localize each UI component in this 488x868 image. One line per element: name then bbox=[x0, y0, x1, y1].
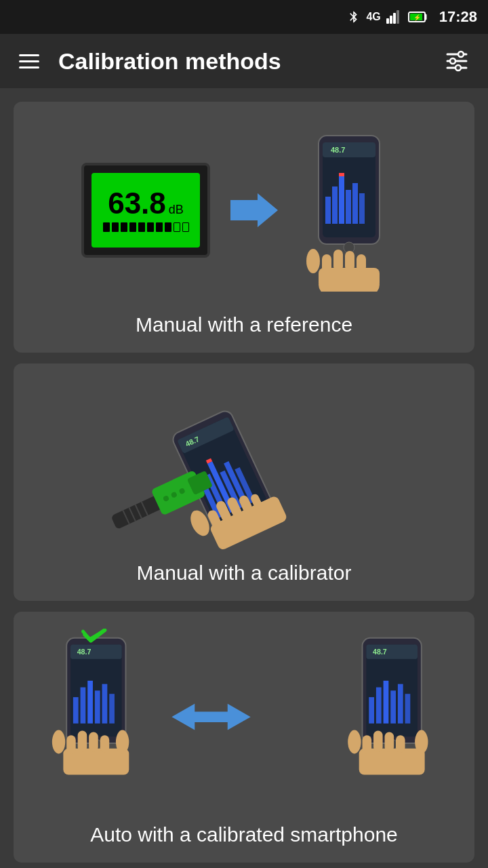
battery-icon: ⚡ bbox=[408, 11, 428, 23]
card1-image: 63.8 dB bbox=[27, 115, 461, 305]
phone-in-hand-illustration: 48.7 bbox=[298, 129, 407, 292]
svg-rect-95 bbox=[385, 732, 394, 751]
svg-rect-67 bbox=[81, 688, 86, 724]
svg-rect-21 bbox=[346, 190, 351, 224]
svg-rect-31 bbox=[357, 254, 366, 272]
arrow-right-icon bbox=[230, 190, 278, 231]
svg-rect-30 bbox=[345, 251, 354, 271]
bluetooth-icon bbox=[347, 10, 361, 24]
svg-rect-76 bbox=[89, 732, 98, 751]
svg-rect-96 bbox=[396, 735, 405, 752]
card3-label: Auto with a calibrated smartphone bbox=[90, 823, 398, 846]
svg-rect-75 bbox=[78, 731, 87, 752]
meter-bar-9 bbox=[174, 222, 180, 232]
calibrator-scene: 48.7 bbox=[81, 380, 407, 550]
svg-text:48.7: 48.7 bbox=[373, 648, 387, 656]
meter-bar-6 bbox=[147, 222, 154, 232]
svg-rect-24 bbox=[339, 173, 344, 176]
card2-image: 48.7 bbox=[27, 377, 461, 553]
meter-bar-1 bbox=[103, 222, 110, 232]
svg-rect-28 bbox=[322, 254, 331, 273]
card-auto-calibrated[interactable]: 48.7 bbox=[14, 612, 474, 863]
svg-rect-89 bbox=[398, 684, 403, 724]
svg-rect-68 bbox=[87, 681, 93, 724]
card2-label: Manual with a calibrator bbox=[137, 561, 352, 585]
menu-button[interactable] bbox=[14, 49, 45, 74]
svg-text:48.7: 48.7 bbox=[331, 146, 345, 154]
svg-rect-94 bbox=[373, 731, 383, 752]
page-title: Calibration methods bbox=[58, 48, 426, 75]
svg-rect-77 bbox=[100, 735, 110, 752]
card3-image: 48.7 bbox=[27, 625, 461, 815]
meter-display-value: 63.8 bbox=[108, 189, 166, 218]
svg-rect-90 bbox=[405, 694, 411, 724]
meter-bar-5 bbox=[138, 222, 145, 232]
sliders-icon bbox=[445, 47, 469, 72]
signal-icon bbox=[386, 10, 403, 24]
network-indicator: 4G bbox=[366, 11, 380, 23]
svg-rect-22 bbox=[352, 183, 358, 224]
svg-point-10 bbox=[450, 58, 455, 64]
status-time: 17:28 bbox=[439, 8, 477, 26]
svg-rect-0 bbox=[386, 18, 389, 24]
svg-rect-1 bbox=[390, 16, 392, 24]
status-icons: 4G ⚡ 17:28 bbox=[347, 8, 477, 26]
svg-point-32 bbox=[306, 249, 320, 273]
meter-bar-8 bbox=[165, 222, 171, 232]
svg-point-79 bbox=[52, 730, 65, 754]
svg-point-12 bbox=[455, 65, 461, 71]
svg-point-78 bbox=[116, 730, 129, 754]
svg-rect-69 bbox=[95, 690, 100, 723]
svg-rect-3 bbox=[396, 10, 399, 24]
svg-rect-2 bbox=[393, 13, 396, 24]
sound-meter-device: 63.8 dB bbox=[81, 163, 210, 258]
svg-rect-23 bbox=[359, 193, 365, 224]
meter-bar-2 bbox=[112, 222, 119, 232]
svg-point-8 bbox=[458, 52, 464, 57]
meter-bar-3 bbox=[121, 222, 127, 232]
card-manual-calibrator[interactable]: 48.7 bbox=[14, 363, 474, 601]
svg-point-98 bbox=[348, 730, 361, 754]
svg-text:⚡: ⚡ bbox=[413, 14, 422, 22]
svg-point-97 bbox=[415, 730, 428, 754]
svg-rect-29 bbox=[333, 250, 343, 271]
settings-button[interactable] bbox=[439, 42, 474, 80]
status-bar: 4G ⚡ 17:28 bbox=[0, 0, 488, 34]
top-bar: Calibration methods bbox=[0, 34, 488, 88]
svg-rect-71 bbox=[109, 694, 115, 724]
two-phones-scene: 48.7 bbox=[27, 629, 461, 812]
svg-rect-85 bbox=[369, 697, 374, 724]
main-content: 63.8 dB bbox=[0, 88, 488, 868]
meter-bar-10 bbox=[182, 222, 189, 232]
svg-marker-13 bbox=[230, 193, 278, 227]
svg-rect-18 bbox=[325, 197, 331, 224]
svg-rect-20 bbox=[339, 176, 344, 224]
svg-marker-80 bbox=[171, 704, 250, 730]
svg-rect-74 bbox=[66, 735, 76, 753]
svg-rect-88 bbox=[390, 690, 396, 723]
svg-rect-87 bbox=[384, 681, 389, 724]
meter-unit: dB bbox=[169, 203, 184, 217]
svg-rect-86 bbox=[376, 688, 382, 724]
svg-rect-66 bbox=[73, 697, 79, 724]
meter-bar-4 bbox=[129, 222, 136, 232]
meter-bar-7 bbox=[156, 222, 163, 232]
svg-text:48.7: 48.7 bbox=[77, 648, 92, 656]
card1-label: Manual with a reference bbox=[136, 313, 352, 336]
svg-rect-70 bbox=[102, 684, 108, 724]
svg-rect-19 bbox=[332, 186, 338, 224]
svg-rect-93 bbox=[363, 735, 372, 753]
card-manual-reference[interactable]: 63.8 dB bbox=[14, 102, 474, 353]
